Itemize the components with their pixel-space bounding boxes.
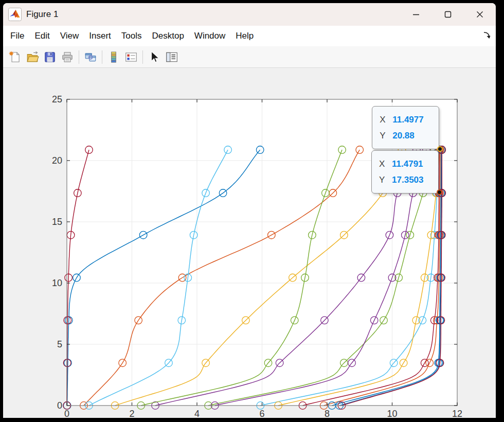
insert-legend-icon [124,50,138,64]
datatip-y-value: 17.3503 [392,175,423,185]
minimize-button[interactable] [400,3,432,26]
datatip-x-value: 11.4791 [392,159,423,169]
datatip-x-label: X [380,115,392,125]
menu-item-help[interactable]: Help [230,29,259,43]
save-figure-icon [43,50,57,64]
menu-item-tools[interactable]: Tools [116,29,147,43]
datatip-x-value: 11.4977 [392,115,424,125]
datatip-y-label: Y [380,131,392,141]
figure-window: Figure 1 FileEditViewInsertToolsDesktopW… [3,3,496,418]
datatip-2[interactable]: X11.4791Y17.3503 [371,150,439,194]
x-tick-label: 6 [259,409,264,418]
dock-figure-arrow-icon[interactable] [482,31,492,40]
title-bar: Figure 1 [3,3,496,26]
property-inspector-button[interactable] [163,49,181,65]
close-button[interactable] [464,3,496,26]
menu-item-view[interactable]: View [55,29,84,43]
figure-canvas: 0246810120510152025 X11.4977Y20.88X11.47… [3,68,496,418]
y-tick-label: 25 [52,94,62,104]
insert-colorbar-button[interactable] [105,49,122,65]
print-figure-icon [61,50,74,64]
datatip-x-row: X11.4977 [380,112,439,128]
window-controls [400,3,496,26]
y-tick-label: 5 [57,339,62,349]
datatip-anchor-dot-1[interactable] [437,146,443,152]
link-plot-icon [84,50,97,64]
open-file-button[interactable] [24,49,41,65]
save-figure-button[interactable] [41,49,59,65]
datatip-y-value: 20.88 [392,131,415,141]
screen: Figure 1 FileEditViewInsertToolsDesktopW… [0,0,504,422]
insert-colorbar-icon [107,50,120,64]
print-figure-button[interactable] [59,49,76,65]
datatip-y-row: Y20.88 [380,128,439,144]
datatip-x-label: X [379,159,392,169]
x-tick-label: 10 [387,409,397,418]
y-tick-label: 10 [52,278,62,288]
datatip-anchor-dot-2[interactable] [437,189,442,195]
menu-item-desktop[interactable]: Desktop [147,29,189,43]
x-tick-label: 8 [325,409,330,418]
menu-item-edit[interactable]: Edit [29,29,55,43]
menu-item-window[interactable]: Window [189,29,230,43]
link-plot-button[interactable] [82,49,99,65]
maximize-icon [444,10,452,19]
datatip-y-label: Y [379,175,392,185]
new-figure-button[interactable] [6,49,24,65]
datatip-y-row: Y17.3503 [379,172,438,188]
minimize-icon [412,10,420,19]
toolbar-separator [102,50,102,64]
edit-plot-cursor-button[interactable] [146,49,163,65]
figure-toolbar [3,46,496,68]
y-tick-label: 20 [52,155,62,166]
toolbar-separator [79,50,79,64]
datatip-1[interactable]: X11.4977Y20.88 [372,106,439,149]
new-figure-icon [8,50,22,64]
x-tick-label: 12 [452,409,462,418]
menu-item-file[interactable]: File [5,29,29,43]
x-tick-label: 0 [64,409,69,418]
x-tick-label: 2 [129,409,134,418]
datatip-x-row: X11.4791 [379,156,438,172]
menu-item-insert[interactable]: Insert [84,29,116,43]
maximize-button[interactable] [432,3,464,26]
property-inspector-icon [165,50,178,64]
x-tick-label: 4 [194,409,200,418]
y-tick-label: 15 [52,217,62,227]
edit-plot-cursor-icon [148,50,161,64]
open-file-icon [26,50,39,64]
close-icon [476,10,484,19]
matlab-logo-icon [8,8,22,21]
menu-bar: FileEditViewInsertToolsDesktopWindowHelp [3,26,496,46]
insert-legend-button[interactable] [122,49,140,65]
y-tick-label: 0 [57,400,62,411]
window-title: Figure 1 [26,9,58,20]
toolbar-separator [142,50,143,64]
